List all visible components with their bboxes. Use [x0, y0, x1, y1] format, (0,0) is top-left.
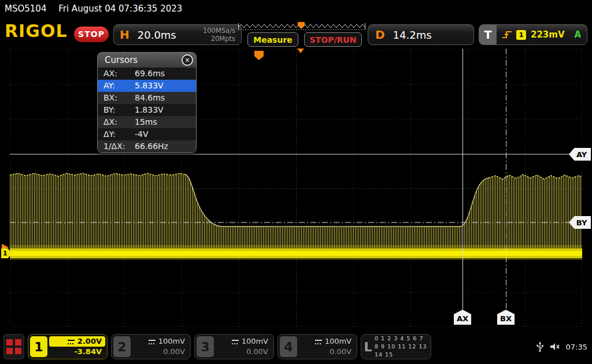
stop-run-button[interactable]: STOP/RUN	[304, 32, 362, 47]
waveform-display[interactable]: 1 AY BY AX BX Cursors × AX: 69.6ms AY: 5…	[0, 49, 592, 327]
header: RIGOL STOP H 20.0ms 100MSa/s 20Mpts Meas…	[0, 17, 592, 49]
delay-panel[interactable]: D 14.2ms	[368, 24, 474, 45]
trigger-level-value: 223mV	[531, 29, 565, 40]
channel-1-number: 1	[30, 336, 47, 357]
cursor-row-dx: ΔX: 15ms	[98, 116, 196, 128]
rigol-logo: RIGOL	[5, 21, 68, 41]
sample-rate: 100MSa/s	[203, 27, 235, 35]
status-bar: MSO5104 Fri August 04 07:36:35 2023	[0, 0, 592, 17]
channel-2-number: 2	[113, 336, 131, 357]
acquisition-status-badge: STOP	[74, 27, 109, 42]
delay-label: D	[375, 28, 385, 42]
trigger-label: T	[479, 24, 497, 45]
cursors-panel: Cursors × AX: 69.6ms AY: 5.833V BX: 84.6…	[97, 52, 197, 153]
memory-depth: 20Mpts	[203, 35, 235, 43]
channel-1-box[interactable]: 1 2.00V -3.84V	[28, 334, 108, 359]
channel-4-number: 4	[280, 336, 297, 357]
channel-1-offset: -3.84V	[49, 347, 105, 357]
trigger-source-badge: 1	[516, 30, 526, 40]
dc-coupling-icon	[68, 340, 75, 344]
graticule-plot	[10, 49, 582, 327]
acquisition-overview-strip[interactable]	[238, 22, 365, 31]
trigger-slope-icon	[501, 29, 513, 40]
status-icons: 07:35	[536, 334, 587, 359]
channel-4-scale: 100mV	[299, 336, 355, 347]
cursor-row-dy: ΔY: -4V	[98, 128, 196, 140]
logic-channels: 0 1 2 3 4 5 6 7 8 9 10 11 12 13 14 15	[375, 335, 431, 359]
cursor-row-ax: AX: 69.6ms	[98, 68, 196, 80]
usb-icon	[536, 341, 544, 352]
rigol-menu-button[interactable]	[3, 334, 24, 359]
bottom-bar: 1 2.00V -3.84V 2 100mV 0.00V 3 100mV 0.0…	[0, 332, 592, 364]
speaker-mute-icon[interactable]	[550, 343, 560, 351]
trigger-mode: A	[574, 29, 581, 40]
logo-square	[6, 348, 13, 354]
trigger-panel[interactable]: T 1 223mV A	[479, 24, 587, 45]
cursors-readouts: AX: 69.6ms AY: 5.833V BX: 84.6ms BY: 1.8…	[98, 68, 196, 153]
delay-value: 14.2ms	[393, 29, 432, 41]
dc-coupling-icon	[315, 340, 322, 344]
channel-4-box[interactable]: 4 100mV 0.00V	[278, 334, 357, 359]
channel-3-number: 3	[197, 336, 214, 357]
cursor-row-inv-dx: 1/ΔX: 66.66Hz	[98, 140, 196, 153]
timebase-value: 20.0ms	[138, 29, 176, 41]
logo-square	[6, 339, 13, 346]
cursors-panel-title: Cursors ×	[98, 53, 196, 68]
cursor-row-by: BY: 1.833V	[98, 104, 196, 116]
logic-channels-row2: 8 9 10 11 12 13 14 15	[375, 343, 431, 359]
measure-button[interactable]: Measure	[247, 32, 298, 47]
logo-square	[15, 339, 21, 346]
cursor-row-ay[interactable]: AY: 5.833V	[98, 80, 196, 92]
logic-analyzer-box[interactable]: L 0 1 2 3 4 5 6 7 8 9 10 11 12 13 14 15	[361, 334, 431, 359]
dc-coupling-icon	[232, 340, 239, 344]
datetime: Fri August 04 07:36:35 2023	[58, 3, 182, 14]
cursor-row-bx: BX: 84.6ms	[98, 92, 196, 104]
horizontal-panel[interactable]: H 20.0ms 100MSa/s 20Mpts	[113, 24, 242, 45]
model-name: MSO5104	[5, 3, 46, 14]
logo-square	[15, 348, 21, 354]
close-icon[interactable]: ×	[182, 54, 193, 66]
horizontal-label: H	[120, 28, 130, 42]
logic-label: L	[361, 340, 375, 354]
clock: 07:35	[566, 343, 587, 351]
channel-3-scale: 100mV	[216, 336, 272, 347]
channel-3-offset: 0.00V	[216, 347, 272, 357]
cursors-panel-title-text: Cursors	[105, 55, 138, 65]
channel-4-offset: 0.00V	[299, 347, 355, 357]
dc-coupling-icon	[149, 340, 156, 344]
logic-channels-row1: 0 1 2 3 4 5 6 7	[375, 335, 431, 343]
channel-3-box[interactable]: 3 100mV 0.00V	[194, 334, 274, 359]
channel1-marker-label: 1	[3, 250, 8, 257]
channel-1-scale: 2.00V	[49, 336, 105, 347]
channel-2-scale: 100mV	[132, 336, 188, 347]
channel-2-offset: 0.00V	[132, 347, 188, 357]
ch1-waveform	[10, 173, 582, 260]
channel-2-box[interactable]: 2 100mV 0.00V	[111, 334, 191, 359]
acquisition-info: 100MSa/s 20Mpts	[203, 27, 235, 43]
